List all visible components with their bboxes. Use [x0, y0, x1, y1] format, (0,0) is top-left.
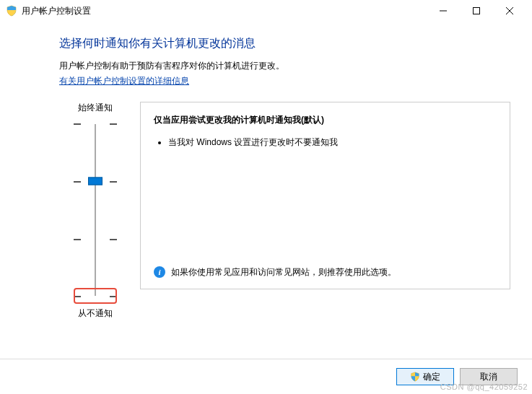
slider-tick: [74, 123, 117, 125]
window-controls: [427, 0, 526, 22]
info-icon: i: [154, 266, 165, 278]
slider-bottom-label: 从不通知: [78, 307, 113, 320]
maximize-button[interactable]: [460, 0, 493, 22]
slider-rail: [95, 124, 96, 296]
level-bullet: 当我对 Windows 设置进行更改时不要通知我: [168, 136, 497, 149]
separator: [0, 359, 532, 359]
notification-slider[interactable]: [74, 120, 117, 300]
titlebar: 用户帐户控制设置: [0, 0, 532, 22]
main-area: 始终通知 从不通知 仅当应用尝试更改我的计算机时通知我(默认) 当我对 Wind…: [59, 102, 510, 320]
level-title: 仅当应用尝试更改我的计算机时通知我(默认): [154, 114, 497, 126]
ok-label: 确定: [423, 371, 440, 383]
svg-rect-1: [474, 8, 480, 14]
content-area: 选择何时通知你有关计算机更改的消息 用户帐户控制有助于预防有害程序对你的计算机进…: [0, 22, 532, 320]
slider-top-label: 始终通知: [78, 102, 113, 114]
level-bullets: 当我对 Windows 设置进行更改时不要通知我: [154, 136, 497, 153]
page-heading: 选择何时通知你有关计算机更改的消息: [59, 36, 510, 51]
shield-icon: [6, 5, 17, 17]
recommendation-row: i 如果你使用常见应用和访问常见网站，则推荐使用此选项。: [154, 266, 497, 279]
learn-more-link[interactable]: 有关用户帐户控制设置的详细信息: [59, 76, 189, 86]
recommendation-text: 如果你使用常见应用和访问常见网站，则推荐使用此选项。: [171, 266, 396, 279]
level-detail-box: 仅当应用尝试更改我的计算机时通知我(默认) 当我对 Windows 设置进行更改…: [140, 102, 510, 289]
slider-tick: [74, 239, 117, 240]
slider-thumb[interactable]: [88, 178, 103, 185]
cancel-label: 取消: [480, 371, 497, 383]
minimize-button[interactable]: [427, 0, 460, 22]
watermark: CSDN @qq_42059252: [440, 382, 528, 391]
page-description: 用户帐户控制有助于预防有害程序对你的计算机进行更改。: [59, 60, 510, 72]
window-title: 用户帐户控制设置: [22, 5, 91, 17]
slider-column: 始终通知 从不通知: [59, 102, 131, 320]
close-button[interactable]: [493, 0, 526, 22]
annotation-highlight: [74, 288, 117, 304]
shield-icon: [410, 372, 420, 382]
